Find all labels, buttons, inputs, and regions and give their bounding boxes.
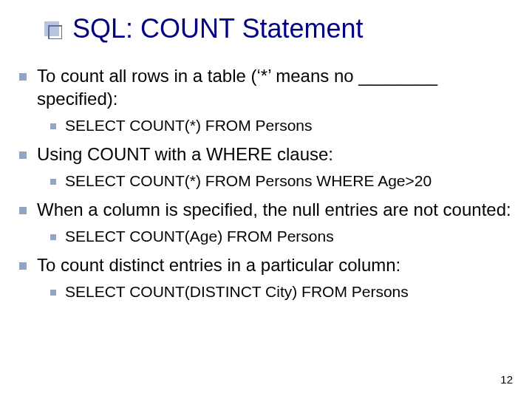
bullet-level1: To count all rows in a table (‘*’ means …	[19, 65, 516, 110]
bullet-text: When a column is specified, the null ent…	[37, 199, 511, 222]
bullet-level2: SELECT COUNT(Age) FROM Persons	[50, 227, 516, 246]
bullet-text: To count distinct entries in a particula…	[37, 254, 400, 277]
bullet-level1: Using COUNT with a WHERE clause:	[19, 143, 516, 166]
slide: SQL: COUNT Statement To count all rows i…	[0, 0, 532, 399]
bullet-level2: SELECT COUNT(*) FROM Persons	[50, 116, 516, 135]
bullet-level1: When a column is specified, the null ent…	[19, 199, 516, 222]
bullet-text: To count all rows in a table (‘*’ means …	[37, 65, 516, 110]
bullet-level2: SELECT COUNT(*) FROM Persons WHERE Age>2…	[50, 171, 516, 191]
title-square-icon	[44, 21, 62, 39]
bullet-text: SELECT COUNT(*) FROM Persons WHERE Age>2…	[65, 171, 432, 191]
svg-rect-0	[44, 21, 59, 36]
bullet-text: SELECT COUNT(Age) FROM Persons	[65, 227, 334, 246]
bullet-square-icon	[50, 123, 56, 129]
bullet-level2: SELECT COUNT(DISTINCT City) FROM Persons	[50, 282, 516, 301]
slide-title: SQL: COUNT Statement	[72, 13, 363, 44]
bullet-square-icon	[19, 151, 27, 159]
bullet-square-icon	[50, 234, 56, 240]
bullet-text: Using COUNT with a WHERE clause:	[37, 143, 333, 166]
bullet-text: SELECT COUNT(DISTINCT City) FROM Persons	[65, 282, 409, 301]
bullet-list: To count all rows in a table (‘*’ means …	[16, 65, 516, 302]
page-number: 12	[500, 373, 513, 386]
bullet-level1: To count distinct entries in a particula…	[19, 254, 516, 277]
bullet-square-icon	[19, 262, 27, 270]
slide-title-row: SQL: COUNT Statement	[44, 13, 516, 44]
bullet-square-icon	[19, 73, 27, 81]
bullet-square-icon	[50, 179, 56, 185]
bullet-square-icon	[19, 207, 27, 214]
bullet-square-icon	[50, 290, 56, 296]
bullet-text: SELECT COUNT(*) FROM Persons	[65, 116, 313, 135]
